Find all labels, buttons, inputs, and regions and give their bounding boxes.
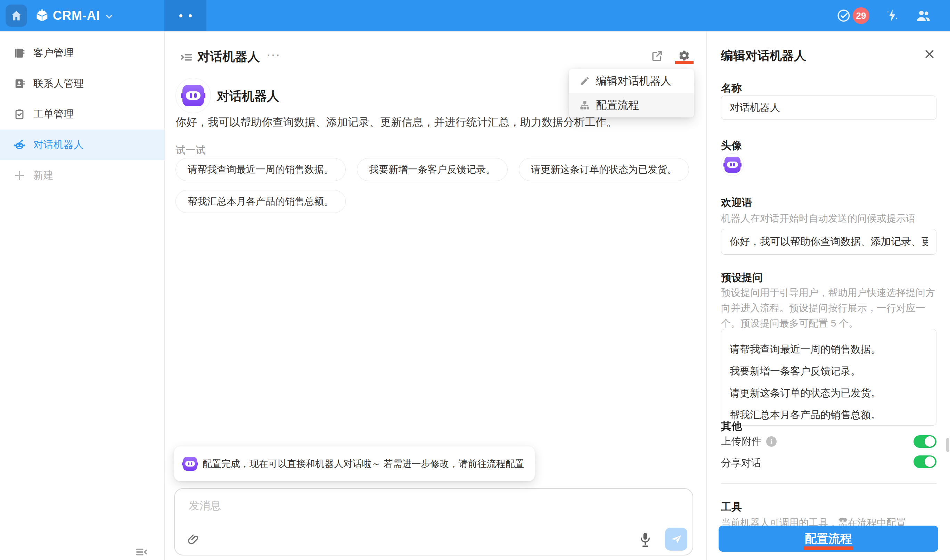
sidebar-item-customers[interactable]: 客户管理 [0, 38, 164, 68]
upload-attachment-label: 上传附件 [721, 435, 761, 448]
plus-icon [13, 169, 26, 182]
robot-icon [13, 138, 26, 151]
send-icon [670, 532, 683, 546]
sitemap-icon [579, 100, 590, 111]
topbar-actions: 29 [836, 0, 931, 31]
sidebar-item-label: 客户管理 [33, 46, 74, 60]
configure-flow-button[interactable]: 配置流程 [719, 526, 938, 552]
chevron-down-icon[interactable] [104, 12, 114, 22]
bot-face-icon [182, 85, 204, 106]
avatar-label: 头像 [721, 138, 742, 153]
share-conversation-row: 分享对话 [721, 456, 761, 470]
suggestion-chip[interactable]: 我要新增一条客户反馈记录。 [357, 158, 508, 181]
name-input[interactable] [721, 95, 936, 120]
menu-item-edit-bot[interactable]: 编辑对话机器人 [569, 69, 694, 93]
app-title: CRM-AI [53, 8, 100, 23]
dot-icon [189, 14, 192, 17]
welcome-input[interactable] [721, 229, 936, 255]
bot-avatar [176, 78, 211, 113]
toast-notification: 配置完成，现在可以直接和机器人对话啦～ 若需进一步修改，请前往流程配置 [174, 446, 535, 481]
home-icon [10, 9, 23, 22]
annotation-underline-gear [675, 61, 694, 64]
main-area: 对话机器人 ⋯ 编辑对话机器人 配置流程 对话机器人 你好，我可以帮助你查询数据… [165, 32, 707, 560]
sidebar: 客户管理 联系人管理 工单管理 对话机器人 新建 [0, 32, 165, 560]
panel-title: 编辑对话机器人 [721, 48, 806, 64]
microphone-icon[interactable] [639, 532, 651, 549]
avatar-picker[interactable] [721, 153, 744, 176]
toast-text: 配置完成，现在可以直接和机器人对话啦～ 若需进一步修改，请前往流程配置 [203, 457, 524, 470]
topbar-more-tab[interactable] [164, 0, 206, 31]
sidebar-item-label: 联系人管理 [33, 77, 84, 91]
upload-attachment-toggle[interactable] [913, 435, 936, 448]
tasks-button[interactable]: 29 [836, 7, 869, 24]
sidebar-item-label: 对话机器人 [33, 138, 84, 152]
info-icon[interactable]: i [766, 436, 777, 447]
upload-attachment-row: 上传附件 i [721, 435, 777, 448]
menu-item-label: 编辑对话机器人 [596, 74, 671, 88]
clipboard-check-icon [13, 108, 26, 120]
page-title: 对话机器人 [197, 48, 260, 65]
expand-panel-icon[interactable] [179, 50, 193, 64]
suggestion-chip[interactable]: 请帮我查询最近一周的销售数据。 [176, 158, 346, 181]
share-conversation-toggle[interactable] [913, 455, 936, 468]
blocks-logo-icon [34, 8, 50, 24]
external-link-icon[interactable] [651, 50, 663, 62]
suggestion-chip[interactable]: 帮我汇总本月各产品的销售总额。 [176, 190, 346, 213]
dot-icon [179, 14, 182, 17]
ai-magic-button[interactable] [885, 8, 900, 23]
panel-scrollbar-thumb[interactable] [946, 438, 949, 452]
configure-flow-button-label: 配置流程 [805, 531, 852, 547]
suggestion-chips: 请帮我查询最近一周的销售数据。 我要新增一条客户反馈记录。 请更新这条订单的状态… [176, 158, 693, 213]
bot-welcome-message: 你好，我可以帮助你查询数据、添加记录、更新信息，并进行统计汇总，助力数据分析工作… [176, 115, 617, 129]
sidebar-list: 客户管理 联系人管理 工单管理 对话机器人 新建 [0, 38, 164, 191]
menu-item-label: 配置流程 [596, 98, 639, 112]
share-conversation-label: 分享对话 [721, 456, 761, 470]
pencil-icon [579, 76, 590, 86]
send-button[interactable] [665, 528, 687, 551]
message-input[interactable] [188, 498, 679, 531]
sidebar-item-chatbot[interactable]: 对话机器人 [0, 129, 164, 160]
notification-badge: 29 [853, 7, 869, 24]
annotation-underline-cta [804, 546, 853, 550]
bot-name: 对话机器人 [217, 88, 279, 105]
attachment-icon[interactable] [186, 532, 200, 546]
sidebar-item-tickets[interactable]: 工单管理 [0, 99, 164, 129]
title-more-button[interactable]: ⋯ [266, 47, 281, 63]
sidebar-item-label: 工单管理 [33, 107, 74, 121]
preset-questions-label: 预设提问 [721, 271, 763, 285]
bot-face-icon [725, 157, 741, 173]
preset-questions-hint: 预设提问用于引导用户，帮助用户快速选择提问方向并进入流程。预设提问按行展示，一行… [721, 285, 936, 331]
home-button[interactable] [6, 5, 27, 27]
close-icon[interactable] [924, 48, 935, 60]
welcome-hint: 机器人在对话开始时自动发送的问候或提示语 [721, 211, 936, 226]
sidebar-item-contacts[interactable]: 联系人管理 [0, 68, 164, 99]
suggestion-chip[interactable]: 请更新这条订单的状态为已发货。 [519, 158, 689, 181]
welcome-label: 欢迎语 [721, 195, 752, 210]
other-section-label: 其他 [721, 419, 742, 434]
message-input-box [174, 488, 693, 555]
menu-item-configure-flow[interactable]: 配置流程 [569, 93, 694, 117]
collapse-sidebar-button[interactable] [135, 545, 149, 559]
gear-icon[interactable] [678, 50, 690, 62]
gear-dropdown-menu: 编辑对话机器人 配置流程 [569, 69, 694, 117]
try-label: 试一试 [176, 143, 206, 157]
tools-section-label: 工具 [721, 500, 742, 514]
contact-card-icon [13, 78, 26, 90]
users-button[interactable] [915, 8, 931, 24]
edit-bot-panel: 编辑对话机器人 名称 头像 欢迎语 机器人在对话开始时自动发送的问候或提示语 预… [707, 32, 950, 560]
name-label: 名称 [721, 81, 742, 95]
topbar: CRM-AI 29 [0, 0, 950, 32]
sidebar-item-label: 新建 [33, 168, 54, 182]
check-circle-icon [836, 8, 851, 23]
preset-questions-textarea[interactable]: 请帮我查询最近一周的销售数据。 我要新增一条客户反馈记录。 请更新这条订单的状态… [721, 329, 936, 426]
bot-face-icon [183, 457, 197, 471]
sidebar-item-new[interactable]: 新建 [0, 160, 164, 191]
notebook-icon [13, 47, 26, 59]
